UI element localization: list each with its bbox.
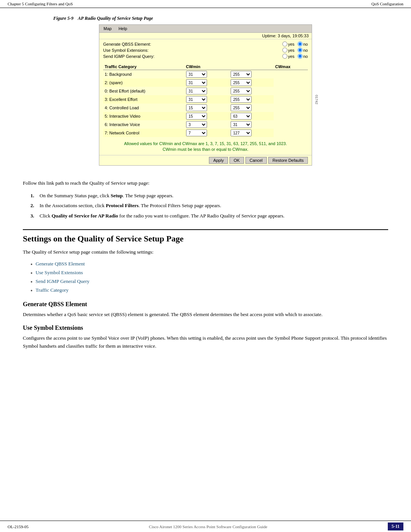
table-section: Traffic Category CWmin CWmax 1: Backgrou…	[99, 62, 312, 139]
menu-item-map[interactable]: Map	[101, 26, 114, 32]
menu-item-help[interactable]: Help	[116, 26, 130, 32]
footer-center: Cisco Aironet 1200 Series Access Point S…	[149, 524, 267, 529]
qbss-yes-radio[interactable]	[282, 42, 287, 46]
bullet-link-use-symbol[interactable]: Use Symbol Extensions	[36, 270, 83, 276]
bullet-link-send-igmp[interactable]: Send IGMP General Query	[36, 278, 89, 284]
table-cell-cwmax[interactable]: 1371531631272555111023	[229, 70, 274, 79]
header-left: Chapter 5 Configuring Filters and QoS	[8, 2, 73, 6]
table-row: 0: Best Effort (default)1371531631272555…	[103, 87, 308, 95]
header-right: QoS Configuration	[371, 2, 403, 6]
cwmin-select[interactable]: 1371531631272555111023	[186, 129, 207, 136]
cwmin-select[interactable]: 1371531631272555111023	[186, 88, 207, 94]
table-cell-cwmin[interactable]: 1371531631272555111023	[185, 78, 229, 87]
restore-defaults-button[interactable]: Restore Defaults	[268, 157, 308, 164]
form-area: Generate QBSS Element: yes no Use Symbol…	[99, 39, 312, 62]
table-cell-category: 5: Interactive Video	[103, 112, 185, 120]
uptime-bar: Uptime: 3 days, 19:05:33	[99, 33, 312, 39]
table-cell-cwmin[interactable]: 1371531631272555111023	[185, 129, 229, 137]
qbss-radio-group: yes no	[282, 42, 308, 46]
cwmax-select[interactable]: 1371531631272555111023	[231, 79, 252, 86]
main-content: Figure 5-9 AP Radio Quality of Service S…	[0, 8, 411, 378]
igmp-no-radio[interactable]	[298, 54, 303, 59]
page-footer: OL-2159-05 Cisco Aironet 1200 Series Acc…	[0, 521, 411, 532]
cwmax-select[interactable]: 1371531631272555111023	[231, 113, 252, 120]
uptime-text: Uptime: 3 days, 19:05:33	[262, 34, 309, 38]
table-cell-cwmax[interactable]: 1371531631272555111023	[229, 78, 274, 87]
table-cell-cwmax[interactable]: 1371531631272555111023	[229, 112, 274, 120]
bullet-use-symbol: • Use Symbol Extensions	[30, 270, 388, 277]
table-cell-category: 7: Network Control	[103, 129, 185, 137]
ok-button[interactable]: OK	[229, 157, 244, 164]
bullet-dot-3: •	[30, 278, 33, 286]
qbss-no-radio[interactable]	[298, 42, 303, 46]
cwmax-select[interactable]: 1371531631272555111023	[231, 129, 252, 136]
symbol-yes-radio[interactable]	[282, 48, 287, 53]
table-cell-category: 1: Background	[103, 70, 185, 79]
cwmax-select[interactable]: 1371531631272555111023	[231, 88, 252, 94]
cancel-button[interactable]: Cancel	[245, 157, 267, 164]
bullet-traffic: • Traffic Category	[30, 287, 388, 294]
igmp-label: Send IGMP General Query:	[103, 54, 155, 59]
symbol-radio-group: yes no	[282, 48, 308, 53]
table-cell-cwmax[interactable]: 1371531631272555111023	[229, 120, 274, 129]
cwmin-select[interactable]: 1371531631272555111023	[186, 121, 207, 128]
form-row-igmp: Send IGMP General Query: yes no	[103, 54, 308, 59]
symbol-yes-label[interactable]: yes	[282, 48, 295, 53]
table-cell-cwmax[interactable]: 1371531631272555111023	[229, 95, 274, 104]
cwmin-select[interactable]: 1371531631272555111023	[186, 104, 207, 111]
table-row: 1: Background137153163127255511102313715…	[103, 70, 308, 79]
info-text-line2: CWmin must be less than or equal to CWma…	[162, 147, 249, 152]
table-row: 5: Interactive Video13715316312725551110…	[103, 112, 308, 120]
sub-heading-generate-qbss: Generate QBSS Element	[23, 301, 388, 308]
bullet-list: • Generate QBSS Element • Use Symbol Ext…	[23, 261, 388, 295]
table-cell-cwmin[interactable]: 1371531631272555111023	[185, 70, 229, 79]
table-cell-cwmax[interactable]: 1371531631272555111023	[229, 129, 274, 137]
table-cell-cwmax[interactable]: 1371531631272555111023	[229, 104, 274, 112]
menu-bar: Map Help	[99, 25, 312, 33]
table-cell-category: 3: Excellent Effort	[103, 95, 185, 104]
table-cell-cwmin[interactable]: 1371531631272555111023	[185, 95, 229, 104]
table-cell-cwmax[interactable]: 1371531631272555111023	[229, 87, 274, 95]
symbol-no-label[interactable]: no	[298, 48, 308, 53]
table-cell-cwmin[interactable]: 1371531631272555111023	[185, 104, 229, 112]
symbol-no-radio[interactable]	[298, 48, 303, 53]
bullet-link-generate-qbss[interactable]: Generate QBSS Element	[36, 261, 85, 267]
section-intro: The Quality of Service setup page contai…	[23, 248, 388, 256]
table-cell-cwmin[interactable]: 1371531631272555111023	[185, 120, 229, 129]
igmp-yes-radio[interactable]	[282, 54, 287, 59]
use-symbol-desc: Configures the access point to use Symbo…	[23, 334, 388, 350]
cwmax-select[interactable]: 1371531631272555111023	[231, 71, 252, 78]
step-1: 1. On the Summary Status page, click Set…	[30, 192, 388, 200]
generate-qbss-desc: Determines whether a QoS basic service s…	[23, 311, 388, 319]
table-cell-cwmin[interactable]: 1371531631272555111023	[185, 87, 229, 95]
sub-heading-use-symbol: Use Symbol Extensions	[23, 324, 388, 331]
info-text: Allowed values for CWmin and CWmax are 1…	[99, 139, 312, 155]
cwmin-select[interactable]: 1371531631272555111023	[186, 71, 207, 78]
symbol-label: Use Symbol Extensions:	[103, 48, 148, 53]
col-header-category: Traffic Category	[103, 64, 185, 70]
section-title: Settings on the Quality of Service Setup…	[23, 229, 388, 244]
cwmin-select[interactable]: 1371531631272555111023	[186, 79, 207, 86]
cwmin-select[interactable]: 1371531631272555111023	[186, 96, 207, 103]
table-row: 6: Interactive Voice13715316312725551110…	[103, 120, 308, 129]
table-cell-category: 4: Controlled Load	[103, 104, 185, 112]
cwmax-select[interactable]: 1371531631272555111023	[231, 121, 252, 128]
igmp-no-label[interactable]: no	[298, 54, 308, 59]
info-text-line1: Allowed values for CWmin and CWmax are 1…	[124, 141, 287, 146]
page-header: Chapter 5 Configuring Filters and QoS Qo…	[0, 0, 411, 8]
step-3: 3. Click Quality of Service for AP Radio…	[30, 212, 388, 220]
col-header-cwmax: CWmax	[274, 64, 308, 70]
numbered-list: 1. On the Summary Status page, click Set…	[23, 192, 388, 220]
figure-caption: Figure 5-9 AP Radio Quality of Service S…	[53, 16, 388, 21]
table-cell-cwmin[interactable]: 1371531631272555111023	[185, 112, 229, 120]
qbss-no-label[interactable]: no	[298, 42, 308, 46]
bullet-link-traffic[interactable]: Traffic Category	[36, 287, 68, 293]
cwmax-select[interactable]: 1371531631272555111023	[231, 96, 252, 103]
igmp-yes-label[interactable]: yes	[282, 54, 295, 59]
table-row: 7: Network Control1371531631272555111023…	[103, 129, 308, 137]
apply-button[interactable]: Apply	[209, 157, 228, 164]
qbss-yes-label[interactable]: yes	[282, 42, 295, 46]
follow-text: Follow this link path to reach the Quali…	[23, 179, 388, 187]
cwmax-select[interactable]: 1371531631272555111023	[231, 104, 252, 111]
cwmin-select[interactable]: 1371531631272555111023	[186, 113, 207, 120]
